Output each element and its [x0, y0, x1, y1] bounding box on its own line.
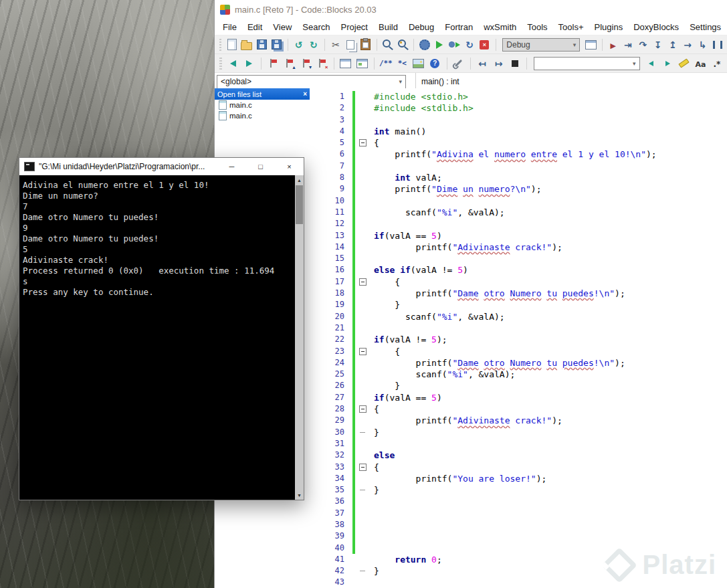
stop-button[interactable] [508, 56, 523, 71]
incremental-search-input[interactable]: ▾ [534, 57, 639, 70]
step-out-button[interactable] [666, 37, 680, 52]
replace-button[interactable] [396, 37, 409, 52]
code-line-34[interactable]: 34 printf("You are loser!"); [312, 473, 727, 484]
jump-forward-button[interactable] [491, 56, 506, 71]
highlight-matches-button[interactable] [677, 56, 692, 71]
code-line-8[interactable]: 8 int valA; [312, 172, 727, 183]
code-line-12[interactable]: 12 [312, 218, 727, 229]
code-line-16[interactable]: 16else if(valA != 5) [312, 264, 727, 276]
prev-bookmark-button[interactable] [282, 56, 297, 71]
close-button[interactable]: × [275, 158, 304, 175]
code-editor[interactable]: 1#include <stdio.h>2#include <stdlib.h>3… [312, 88, 727, 588]
break-debugger-button[interactable] [711, 37, 724, 52]
clear-bookmarks-button[interactable] [314, 56, 330, 71]
build-and-run-button[interactable] [448, 37, 461, 52]
code-line-26[interactable]: 26 } [312, 380, 727, 391]
code-line-21[interactable]: 21 [312, 322, 727, 334]
console-title-bar[interactable]: "G:\Mi unidad\Heyder\Platzi\Programacion… [19, 158, 304, 175]
debug-windows-button[interactable] [338, 56, 354, 71]
code-line-22[interactable]: 22if(valA != 5); [312, 334, 727, 345]
menu-fortran[interactable]: Fortran [439, 20, 478, 34]
code-line-15[interactable]: 15 [312, 253, 727, 264]
code-line-11[interactable]: 11 scanf("%i", &valA); [312, 207, 727, 218]
menu-wxsmith[interactable]: wxSmith [478, 20, 522, 34]
code-line-30[interactable]: 30} [312, 427, 727, 438]
menu-plugins[interactable]: Plugins [589, 20, 629, 34]
new-file-button[interactable] [225, 37, 238, 52]
undo-button[interactable] [292, 37, 305, 52]
code-line-6[interactable]: 6 printf("Adivina el numero entre el 1 y… [312, 149, 727, 160]
menu-settings[interactable]: Settings [684, 20, 726, 34]
fold-collapse-icon[interactable] [359, 405, 367, 413]
paste-button[interactable] [358, 37, 372, 52]
fold-collapse-icon[interactable] [359, 464, 367, 471]
next-line-button[interactable] [636, 37, 649, 52]
menu-project[interactable]: Project [336, 20, 373, 34]
console-scrollbar[interactable]: ▲ ▼ [295, 175, 304, 500]
menu-tools[interactable]: Tools [522, 20, 552, 34]
fold-collapse-icon[interactable] [359, 278, 367, 286]
open-file-item[interactable]: main.c [215, 110, 310, 121]
run-button[interactable] [433, 37, 446, 52]
incsearch-prev-button[interactable] [644, 56, 659, 71]
match-case-button[interactable] [693, 56, 708, 71]
code-line-38[interactable]: 38 [312, 519, 727, 530]
open-file-button[interactable] [240, 37, 253, 52]
code-line-4[interactable]: 4int main() [312, 126, 727, 137]
code-line-27[interactable]: 27if(valA == 5) [312, 392, 727, 403]
next-instruction-button[interactable] [681, 37, 694, 52]
menu-edit[interactable]: Edit [242, 20, 268, 34]
doxyblocks-help-button[interactable] [427, 56, 443, 71]
scroll-up-icon[interactable]: ▲ [295, 175, 304, 185]
code-line-29[interactable]: 29 printf("Adivinaste crack!"); [312, 415, 727, 426]
menu-view[interactable]: View [268, 20, 297, 34]
doxyblocks-extract-button[interactable] [411, 56, 427, 71]
scroll-down-icon[interactable]: ▼ [295, 490, 304, 500]
code-line-18[interactable]: 18 printf("Dame otro Numero tu puedes!\n… [312, 288, 727, 299]
menu-build[interactable]: Build [373, 20, 403, 34]
code-line-36[interactable]: 36 [312, 496, 727, 507]
code-line-14[interactable]: 14 printf("Adivinaste crack!"); [312, 241, 727, 253]
maximize-button[interactable]: □ [246, 158, 275, 175]
code-line-35[interactable]: 35} [312, 484, 727, 496]
code-line-28[interactable]: 28{ [312, 403, 727, 415]
run-to-cursor-button[interactable] [621, 37, 635, 52]
info-windows-button[interactable] [354, 56, 370, 71]
code-line-19[interactable]: 19 } [312, 299, 727, 310]
save-all-button[interactable] [270, 37, 283, 52]
code-line-9[interactable]: 9 printf("Dime un numero?\n"); [312, 183, 727, 195]
code-line-7[interactable]: 7 [312, 161, 727, 172]
code-line-23[interactable]: 23 { [312, 346, 727, 357]
close-icon[interactable]: × [303, 90, 307, 98]
code-line-2[interactable]: 2#include <stdlib.h> [312, 102, 727, 114]
tools-button[interactable] [451, 56, 467, 71]
doxyblocks-block-comment-button[interactable]: /** [379, 56, 394, 71]
code-line-10[interactable]: 10 [312, 195, 727, 207]
code-line-1[interactable]: 1#include <stdio.h> [312, 91, 727, 102]
minimize-button[interactable]: ─ [217, 158, 246, 175]
code-line-31[interactable]: 31 [312, 438, 727, 450]
code-line-24[interactable]: 24 printf("Dame otro Numero tu puedes!\n… [312, 357, 727, 369]
doxyblocks-line-comment-button[interactable]: *< [395, 56, 410, 71]
fold-collapse-icon[interactable] [359, 348, 367, 355]
menu-search[interactable]: Search [297, 20, 335, 34]
menu-debug[interactable]: Debug [403, 20, 439, 34]
abort-build-button[interactable] [478, 37, 491, 52]
code-line-3[interactable]: 3 [312, 114, 727, 126]
menu-tools-[interactable]: Tools+ [553, 20, 589, 34]
scrollbar-thumb[interactable] [296, 185, 303, 224]
code-line-33[interactable]: 33{ [312, 462, 727, 473]
step-into-instruction-button[interactable] [696, 37, 709, 52]
code-line-17[interactable]: 17 { [312, 276, 727, 288]
fold-collapse-icon[interactable] [359, 139, 367, 146]
build-target-select[interactable]: Debug▾ [502, 38, 580, 52]
title-bar[interactable]: main.c [Reto 7] - Code::Blocks 20.03 [215, 0, 727, 19]
menu-doxyblocks[interactable]: DoxyBlocks [628, 20, 684, 34]
open-file-item[interactable]: main.c [215, 100, 310, 110]
open-files-header[interactable]: Open files list × [215, 88, 310, 100]
rebuild-button[interactable] [463, 37, 476, 52]
build-button[interactable] [418, 37, 431, 52]
code-line-20[interactable]: 20 scanf("%i", &valA); [312, 311, 727, 322]
redo-button[interactable] [307, 37, 320, 52]
step-into-button[interactable] [651, 37, 664, 52]
